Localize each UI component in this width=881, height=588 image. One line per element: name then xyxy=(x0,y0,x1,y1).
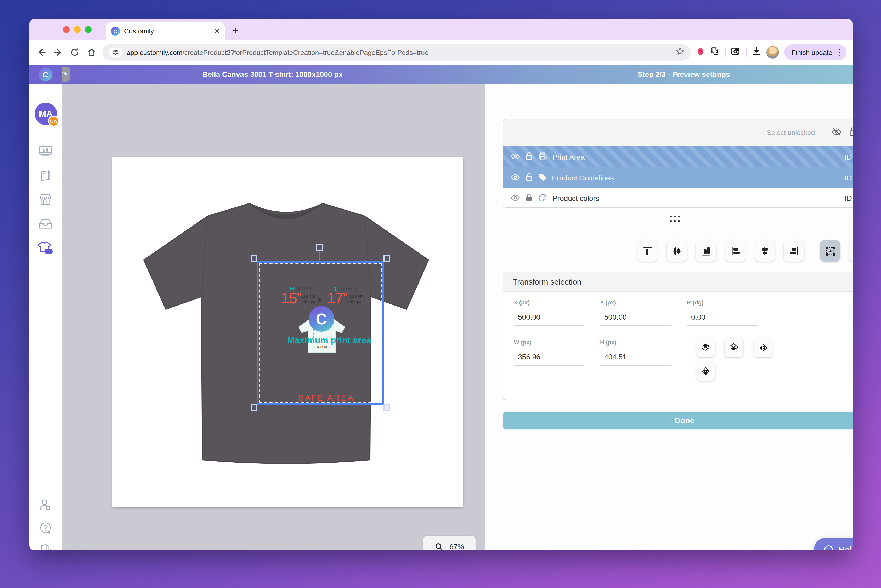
selection-handle-top-left[interactable] xyxy=(251,255,257,262)
layer-row-product-colors[interactable]: Product colors ID 3 xyxy=(503,188,853,208)
align-left-button[interactable] xyxy=(725,240,746,262)
window-zoom-button[interactable] xyxy=(85,26,92,33)
chat-bubble-icon xyxy=(824,544,834,550)
sidebar-item-help[interactable] xyxy=(37,520,54,537)
browser-menu-icon[interactable]: ⋮ xyxy=(836,48,843,57)
align-bottom-button[interactable] xyxy=(696,240,716,262)
w-field[interactable]: W (px) 356.96 xyxy=(514,339,584,366)
align-top-button[interactable] xyxy=(637,240,657,262)
customily-logo-icon[interactable]: C xyxy=(39,68,52,81)
rotation-handle[interactable] xyxy=(316,244,323,251)
browser-window: C Customily ✕ + app xyxy=(29,19,853,550)
unlock-icon[interactable] xyxy=(525,172,533,183)
browser-toolbar: app.customily.com/createProduct2?forProd… xyxy=(29,40,853,65)
finish-update-button[interactable]: Finish update ⋮ xyxy=(784,45,846,60)
panel-drag-handle[interactable]: •••••• xyxy=(669,214,681,224)
transform-selection-button[interactable] xyxy=(820,240,840,262)
align-vertical-center-button[interactable] xyxy=(666,240,687,262)
selection-handle-top-right[interactable] xyxy=(383,255,390,262)
customily-watermark-logo: C xyxy=(309,306,334,332)
width-px: 4500 px xyxy=(300,299,315,304)
artboard[interactable]: WIDTH HEIGHT 15” 38.1 cm 4500 px × 17” 4… xyxy=(113,158,463,507)
times-glyph: × xyxy=(317,295,322,306)
url-bar[interactable]: app.customily.com/createProduct2?forProd… xyxy=(102,44,690,61)
zoom-control[interactable]: 67% xyxy=(423,536,476,550)
forward-icon[interactable] xyxy=(52,46,64,58)
sidebar-item-logout[interactable] xyxy=(37,542,54,550)
layer-name: Print Area xyxy=(552,153,839,161)
transform-panel: Transform selection X (px) 500.00 Y (px)… xyxy=(503,272,853,400)
eye-icon[interactable] xyxy=(510,153,520,161)
tab-close-icon[interactable]: ✕ xyxy=(214,27,220,35)
sidebar-item-account-settings[interactable] xyxy=(37,497,54,514)
design-canvas[interactable]: WIDTH HEIGHT 15” 38.1 cm 4500 px × 17” 4… xyxy=(62,84,485,550)
eye-icon[interactable] xyxy=(510,194,520,203)
back-icon[interactable] xyxy=(36,46,47,58)
select-unlocked-label: Select unlocked xyxy=(767,129,815,136)
sidebar-item-design-studio[interactable] xyxy=(37,143,54,160)
layers-header: Select unlocked · xyxy=(503,119,853,147)
y-field[interactable]: Y (px) 500.00 xyxy=(600,299,671,326)
avatar-country-badge: CA xyxy=(48,116,59,127)
flip-vertical-button[interactable] xyxy=(696,362,715,381)
layer-row-product-guidelines[interactable]: Product Guidelines ID 2 xyxy=(503,167,853,188)
selection-handle-bottom-right[interactable] xyxy=(383,404,390,411)
layer-row-print-area[interactable]: Print Area ID 1 xyxy=(503,147,853,167)
sidebar-item-templates[interactable] xyxy=(37,167,54,184)
w-value[interactable]: 356.96 xyxy=(518,352,584,361)
align-horizontal-center-button[interactable] xyxy=(754,240,775,262)
safe-area-label: SAFE AREA xyxy=(298,393,354,403)
h-value[interactable]: 404.51 xyxy=(604,352,671,361)
toolbar-divider xyxy=(725,48,726,57)
tab-search-icon[interactable] xyxy=(731,47,741,58)
bring-forward-button[interactable] xyxy=(696,338,715,357)
front-label: FRONT xyxy=(314,345,331,349)
h-label: H (px) xyxy=(600,339,671,345)
home-icon[interactable] xyxy=(86,46,97,58)
download-icon[interactable] xyxy=(752,46,761,58)
new-tab-button[interactable]: + xyxy=(232,25,238,36)
layer-name: Product colors xyxy=(552,194,839,202)
reload-icon[interactable] xyxy=(69,46,81,58)
done-button[interactable]: Done xyxy=(503,412,853,429)
align-right-button[interactable] xyxy=(784,240,804,262)
h-field[interactable]: H (px) 404.51 xyxy=(600,339,671,366)
layer-name: Product Guidelines xyxy=(552,174,839,182)
x-value[interactable]: 500.00 xyxy=(518,313,584,321)
help-button[interactable]: Help xyxy=(814,538,853,550)
profile-avatar[interactable] xyxy=(767,46,779,58)
send-backward-button[interactable] xyxy=(725,338,743,357)
r-field[interactable]: R (dg) 0.00 xyxy=(687,299,758,326)
extensions-puzzle-icon[interactable] xyxy=(710,46,720,58)
height-cm: 43.18 cm xyxy=(346,294,363,299)
tag-icon xyxy=(538,173,547,183)
browser-tab-strip: C Customily ✕ + xyxy=(29,19,853,40)
new-page-button[interactable] xyxy=(849,240,853,262)
sidebar-item-inbox[interactable] xyxy=(37,216,54,232)
print-area-selection[interactable]: WIDTH HEIGHT 15” 38.1 cm 4500 px × 17” 4… xyxy=(257,261,384,405)
lock-all-icon[interactable] xyxy=(849,127,853,139)
selection-handle-bottom-left[interactable] xyxy=(251,404,257,411)
zoom-level: 67% xyxy=(449,543,464,550)
flip-horizontal-button[interactable] xyxy=(754,338,773,357)
bookmark-star-icon[interactable] xyxy=(676,47,684,57)
site-settings-icon[interactable] xyxy=(109,48,122,57)
max-print-area-label: Maximum print area xyxy=(287,335,371,346)
help-label: Help xyxy=(839,545,853,550)
eye-icon[interactable] xyxy=(510,173,520,182)
y-value[interactable]: 500.00 xyxy=(604,313,671,321)
unlock-icon[interactable] xyxy=(525,152,533,162)
sidebar-item-store[interactable] xyxy=(37,192,54,208)
sidebar-item-pod-products[interactable]: POD xyxy=(37,240,54,256)
toggle-visibility-all-icon[interactable] xyxy=(831,127,842,138)
x-field[interactable]: X (px) 500.00 xyxy=(514,299,584,326)
strawberry-extension-icon[interactable] xyxy=(696,46,705,58)
rotation-stem xyxy=(319,250,320,261)
r-label: R (dg) xyxy=(687,299,758,306)
lock-icon[interactable] xyxy=(525,193,533,204)
window-close-button[interactable] xyxy=(63,26,70,33)
window-minimize-button[interactable] xyxy=(74,26,81,33)
alignment-toolbar xyxy=(637,240,853,262)
browser-tab[interactable]: C Customily ✕ xyxy=(106,22,225,40)
r-value[interactable]: 0.00 xyxy=(691,313,758,321)
